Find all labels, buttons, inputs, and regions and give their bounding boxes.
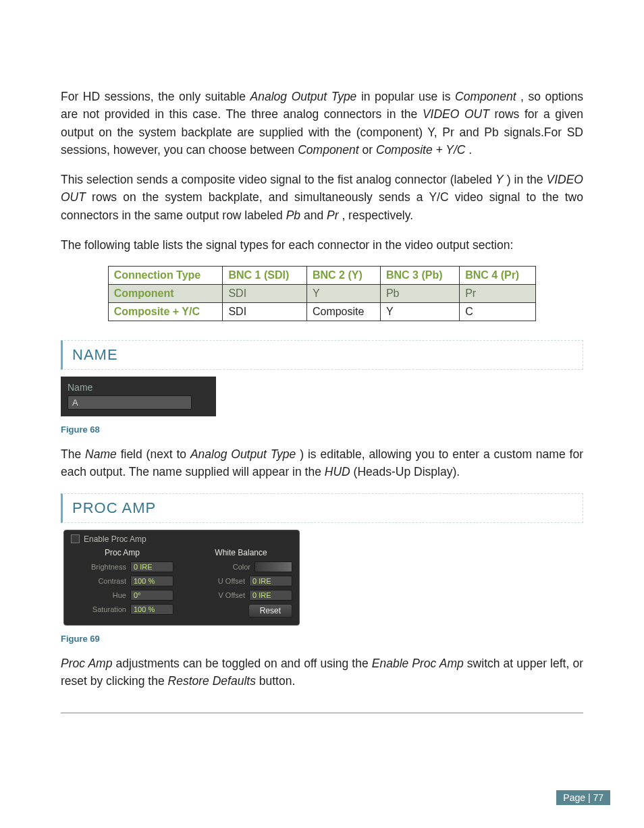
figure-caption-68: Figure 68 (61, 424, 583, 435)
saturation-row: Saturation 100 % (71, 604, 173, 615)
procamp-panel: Enable Proc Amp Proc Amp Brightness 0 IR… (63, 530, 300, 626)
paragraph-procamp: Proc Amp adjustments can be toggled on a… (61, 655, 583, 690)
document-page: For HD sessions, the only suitable Analo… (0, 0, 644, 828)
text: and (304, 209, 327, 222)
text-italic: Composite + Y/C (376, 143, 465, 157)
text: ) in the (507, 173, 547, 186)
text: or (363, 143, 376, 157)
reset-button[interactable]: Reset (248, 604, 292, 617)
section-title: NAME (72, 346, 118, 363)
section-heading-procamp: PROC AMP (61, 493, 583, 523)
procamp-columns: Proc Amp Brightness 0 IRE Contrast 100 %… (71, 548, 292, 618)
hue-row: Hue 0° (71, 590, 173, 601)
color-swatch[interactable] (254, 561, 292, 572)
uoffset-row: U Offset 0 IRE (190, 576, 292, 586)
enable-procamp-row: Enable Proc Amp (71, 534, 292, 544)
reset-row: Reset (190, 604, 292, 617)
color-label: Color (203, 563, 250, 571)
text-italic: Analog Output Type (250, 90, 357, 103)
paragraph-composite-selection: This selection sends a composite video s… (61, 171, 583, 224)
text-italic: VIDEO OUT (423, 107, 489, 121)
cell: C (460, 303, 536, 321)
uoffset-label: U Offset (198, 577, 245, 585)
text: (Heads-Up Display). (354, 465, 460, 478)
procamp-left-column: Proc Amp Brightness 0 IRE Contrast 100 %… (71, 548, 173, 618)
brightness-label: Brightness (79, 563, 126, 571)
th-bnc1: BNC 1 (SDI) (223, 267, 307, 285)
th-bnc2: BNC 2 (Y) (306, 267, 380, 285)
procamp-col-head: Proc Amp (71, 548, 173, 557)
text: , respectively. (342, 209, 413, 222)
paragraph-hd-sessions: For HD sessions, the only suitable Analo… (61, 88, 583, 159)
text-italic: Pr (327, 209, 339, 222)
color-row: Color (190, 561, 292, 572)
row-name: Composite + Y/C (108, 303, 223, 321)
footer-divider (61, 713, 583, 713)
hue-value[interactable]: 0° (130, 590, 173, 601)
table-header-row: Connection Type BNC 1 (SDI) BNC 2 (Y) BN… (108, 267, 536, 285)
page-number: Page | 77 (556, 790, 610, 805)
table-row: Composite + Y/C SDI Composite Y C (108, 303, 536, 321)
name-field-label: Name (68, 382, 211, 393)
contrast-value[interactable]: 100 % (130, 576, 173, 586)
brightness-row: Brightness 0 IRE (71, 561, 173, 572)
paragraph-table-intro: The following table lists the signal typ… (61, 236, 583, 254)
saturation-label: Saturation (79, 605, 126, 613)
paragraph-name-field: The Name field (next to Analog Output Ty… (61, 445, 583, 481)
enable-procamp-label: Enable Proc Amp (84, 534, 146, 544)
text: adjustments can be toggled on and off us… (116, 657, 372, 670)
voffset-label: V Offset (198, 591, 245, 599)
text-italic: Restore Defaults (168, 674, 256, 688)
text-italic: Enable Proc Amp (372, 657, 464, 670)
saturation-value[interactable]: 100 % (130, 604, 173, 615)
contrast-label: Contrast (79, 577, 126, 585)
contrast-row: Contrast 100 % (71, 576, 173, 586)
text-italic: Proc Amp (61, 657, 112, 670)
section-title: PROC AMP (72, 499, 156, 516)
th-bnc3: BNC 3 (Pb) (380, 267, 459, 285)
text: The (61, 447, 85, 461)
enable-procamp-checkbox[interactable] (71, 534, 80, 543)
cell: Composite (306, 303, 380, 321)
section-heading-name: NAME (61, 340, 583, 370)
uoffset-value[interactable]: 0 IRE (249, 576, 292, 586)
text-italic: Component (298, 143, 358, 157)
cell: Pb (380, 285, 459, 303)
name-field-widget: Name A (61, 377, 216, 416)
white-balance-head: White Balance (190, 548, 292, 557)
th-bnc4: BNC 4 (Pr) (460, 267, 536, 285)
text-italic: Y (495, 173, 504, 186)
text: field (next to (121, 447, 190, 461)
text-italic: Analog Output Type (190, 447, 296, 461)
cell: Y (380, 303, 459, 321)
text: in popular use is (361, 90, 455, 103)
voffset-value[interactable]: 0 IRE (249, 590, 292, 601)
row-name: Component (108, 285, 223, 303)
hue-label: Hue (79, 591, 126, 599)
text-italic: HUD (325, 465, 350, 478)
procamp-right-column: White Balance Color U Offset 0 IRE V Off… (190, 548, 292, 618)
text-italic: Pb (286, 209, 300, 222)
th-connection-type: Connection Type (108, 267, 223, 285)
cell: Y (306, 285, 380, 303)
voffset-row: V Offset 0 IRE (190, 590, 292, 601)
name-input[interactable]: A (68, 395, 192, 410)
text: . (468, 143, 472, 157)
cell: SDI (223, 285, 307, 303)
text: For HD sessions, the only suitable (61, 90, 250, 103)
figure-caption-69: Figure 69 (61, 634, 583, 644)
cell: SDI (223, 303, 307, 321)
text: button. (259, 674, 296, 688)
text: This selection sends a composite video s… (61, 173, 495, 186)
brightness-value[interactable]: 0 IRE (130, 561, 173, 572)
signal-type-table: Connection Type BNC 1 (SDI) BNC 2 (Y) BN… (108, 266, 537, 321)
text-italic: Name (85, 447, 117, 461)
table-row: Component SDI Y Pb Pr (108, 285, 536, 303)
cell: Pr (460, 285, 536, 303)
text-italic: Component (455, 90, 516, 103)
